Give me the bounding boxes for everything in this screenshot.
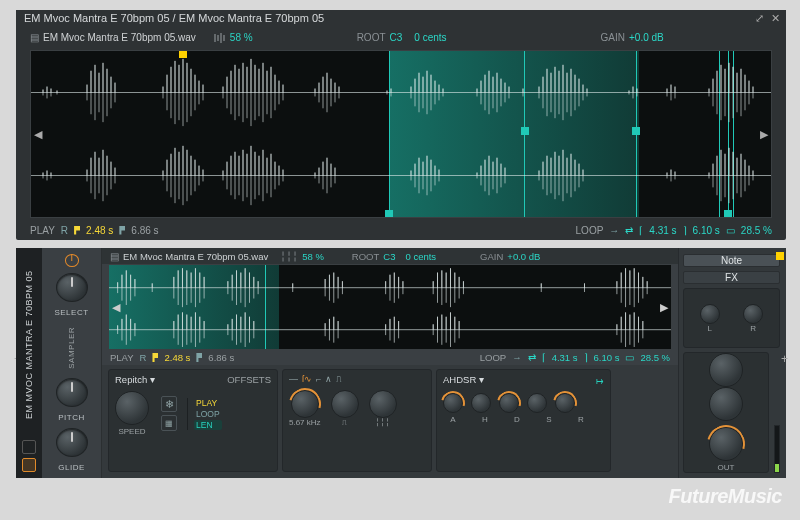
file-info-strip: ▤ EM Mvoc Mantra E 70bpm 05.wav 58 % ROO… [30,30,772,44]
file-icon: ▤ [30,32,39,43]
play-start-flag-icon[interactable] [74,226,80,235]
wave-pulse-icon[interactable]: ⌐ [316,374,321,384]
vel-sens-knob[interactable] [709,353,743,387]
play-start-value[interactable]: 2.48 s [86,225,113,236]
nav-left-icon[interactable]: ◀ [112,301,120,314]
loop-start-value[interactable]: 4.31 s [552,352,578,363]
gain-knob[interactable] [709,387,743,421]
play-start-flag-icon[interactable] [152,353,158,362]
fx-tab-button[interactable]: FX [683,271,780,284]
offset-len[interactable]: LEN [194,420,222,430]
texture-icon[interactable]: ▦ [161,415,177,431]
loop-pingpong-icon[interactable]: ⇄ [528,352,536,363]
freeze-icon[interactable]: ❄ [161,396,177,412]
play-end-value[interactable]: 6.86 s [208,352,234,363]
osc-shape-knob[interactable] [331,390,359,418]
file-name[interactable]: EM Mvoc Mantra E 70bpm 05.wav [43,32,196,43]
add-device-after-icon[interactable]: + [781,352,788,366]
speed-knob[interactable] [115,391,149,425]
envelope-module: AHDSR ▾ ↦ A H [436,369,611,472]
loop-len-value[interactable]: 28.5 % [741,225,772,236]
offsets-header: OFFSETS [227,374,271,385]
loop-bracket-end-icon[interactable]: ⌉ [584,352,588,363]
gain-value[interactable]: +0.0 dB [629,32,664,43]
expand-device-icon[interactable] [22,458,36,472]
pan-r-knob[interactable] [743,304,763,324]
decay-knob[interactable] [499,393,519,413]
remote-controls-icon[interactable] [22,440,36,454]
reverse-toggle[interactable]: R [140,352,147,363]
play-end-flag-icon[interactable] [196,353,202,362]
loop-bracket-start-icon[interactable]: ⌈ [639,225,643,236]
envelope-mode-dropdown[interactable]: AHDSR ▾ [443,374,484,385]
wave-custom-icon[interactable]: ⎍ [336,374,341,384]
osc-mix-knob[interactable] [369,390,397,418]
device-name-label[interactable]: EM MVOC MANTRA E 70BPM 05 [24,254,34,436]
wave-tri-icon[interactable]: ∧ [325,374,332,384]
device-body: SELECT SAMPLER PITCH GLIDE ▤ EM Mvoc Man… [42,248,786,478]
offset-loop[interactable]: LOOP [194,409,222,419]
loop-width-icon[interactable]: ▭ [625,352,634,363]
nav-right-icon[interactable]: ▶ [760,128,768,141]
attack-knob[interactable] [443,393,463,413]
wave-saw-icon[interactable]: ſ∿ [302,374,312,384]
pitch-knob[interactable] [56,378,88,407]
osc-freq-knob[interactable] [291,390,319,418]
mini-cents[interactable]: 0 cents [405,251,436,262]
hold-knob[interactable] [471,393,491,413]
offsets-column: PLAY LOOP LEN [187,398,222,430]
mini-zoom[interactable]: 58 % [302,251,324,262]
playback-mode-dropdown[interactable]: Repitch ▾ [115,374,155,385]
glide-knob[interactable] [56,428,88,457]
waveform-display-large[interactable]: ◀ ▶ [30,50,772,218]
sample-editor-panel: EM Mvoc Mantra E 70bpm 05 / EM Mvoc Mant… [16,10,786,240]
zoom-value[interactable]: 58 % [230,32,253,43]
loop-label: LOOP [480,352,506,363]
sustain-knob[interactable] [527,393,547,413]
close-icon[interactable]: ✕ [771,12,780,25]
nav-right-icon[interactable]: ▶ [660,301,668,314]
loop-end-value[interactable]: 6.10 s [594,352,620,363]
play-end-flag-icon[interactable] [119,226,125,235]
play-start-value[interactable]: 2.48 s [164,352,190,363]
mini-file-name[interactable]: EM Mvoc Mantra E 70bpm 05.wav [123,251,268,262]
mapping-indicator[interactable] [776,252,784,260]
root-note[interactable]: C3 [390,32,403,43]
waveform-display-small[interactable]: ◀ ▶ [108,264,672,350]
loop-bracket-start-icon[interactable]: ⌈ [542,352,546,363]
loop-pingpong-icon[interactable]: ⇄ [625,225,633,236]
select-knob[interactable] [56,273,88,302]
play-end-value[interactable]: 6.86 s [131,225,158,236]
nav-left-icon[interactable]: ◀ [34,128,42,141]
cents-value[interactable]: 0 cents [414,32,446,43]
loop-len-value[interactable]: 28.5 % [640,352,670,363]
mini-gain[interactable]: +0.0 dB [507,251,540,262]
loop-bracket-end-icon[interactable]: ⌉ [683,225,687,236]
offset-play[interactable]: PLAY [194,398,222,408]
slice-icon[interactable] [214,31,226,42]
pan-l-knob[interactable] [700,304,720,324]
wave-off-icon[interactable]: — [289,374,298,384]
slice-icon[interactable]: ╎╎╎ [280,251,298,262]
popout-icon[interactable]: ⤢ [755,12,764,25]
reverse-toggle[interactable]: R [61,225,68,236]
loop-end-value[interactable]: 6.10 s [693,225,720,236]
loop-mode-icon[interactable]: → [609,225,619,236]
transport-strip: PLAY R 2.48 s 6.86 s LOOP → ⇄ ⌈ 4.31 s ⌉… [30,222,772,238]
power-button-icon[interactable] [65,254,79,267]
speed-label: SPEED [118,427,145,436]
note-tab-button[interactable]: Note [683,254,780,267]
mini-root-note[interactable]: C3 [383,251,395,262]
release-knob[interactable] [555,393,575,413]
waveform-svg [31,51,771,134]
out-knob[interactable] [709,427,743,461]
mini-transport-strip: PLAY R 2.48 s 6.86 s LOOP → ⇄ ⌈ 4.31 s ⌉… [102,350,678,365]
loop-start-value[interactable]: 4.31 s [649,225,676,236]
watermark: FutureMusic [669,485,782,508]
loop-width-icon[interactable]: ▭ [726,225,735,236]
sampler-device: + EM MVOC MANTRA E 70BPM 05 SELECT SAMPL… [16,248,786,478]
osc-module: — ſ∿ ⌐ ∧ ⎍ 5.67 kHz [282,369,432,472]
loop-mode-icon[interactable]: → [512,352,522,363]
envelope-link-icon[interactable]: ↦ [596,376,604,386]
out-label: OUT [718,463,735,472]
